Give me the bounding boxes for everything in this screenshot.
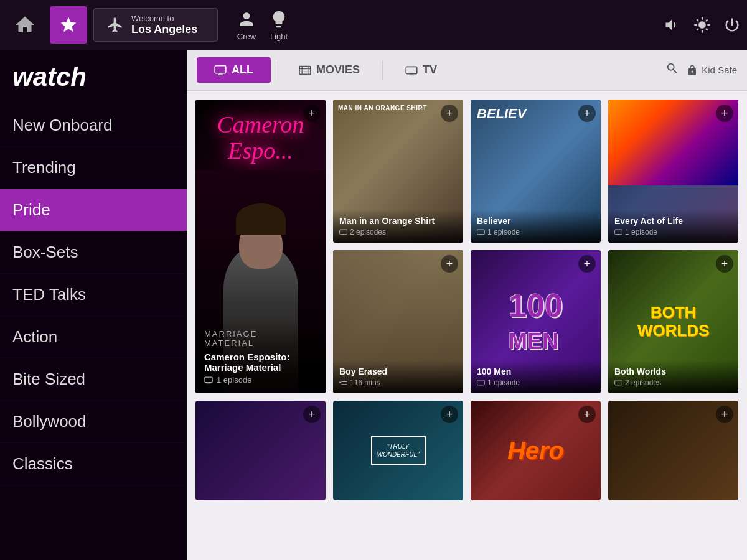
light-button[interactable]: Light — [269, 9, 289, 41]
top-bar: Welcome to Los Angeles Crew Light — [0, 0, 747, 50]
destination-button[interactable]: Welcome to Los Angeles — [93, 8, 218, 42]
featured-meta: 1 episode — [204, 375, 317, 385]
tab-movies[interactable]: MOVIES — [281, 57, 377, 83]
favorites-button[interactable] — [50, 6, 87, 44]
sidebar-item-pride[interactable]: Pride — [0, 189, 187, 231]
card-believer-meta: 1 episode — [477, 228, 594, 236]
card-every-act-add[interactable]: + — [716, 105, 733, 122]
content-area: ALL MOVIES TV — [187, 50, 747, 560]
featured-add-button[interactable]: + — [303, 105, 321, 122]
tab-divider-1 — [276, 61, 276, 80]
sidebar-item-action[interactable]: Action — [0, 316, 187, 358]
card-boy-erased[interactable]: Boy Erased 116 mins + — [333, 250, 463, 393]
tab-divider-2 — [382, 61, 383, 80]
crew-light-group: Crew Light — [237, 9, 289, 41]
svg-rect-8 — [406, 67, 417, 73]
tab-tv[interactable]: TV — [388, 57, 454, 83]
card-bottom-4-add[interactable]: + — [716, 406, 733, 423]
card-every-act-title: Every Act of Life — [614, 216, 732, 226]
sidebar: watch New Onboard Trending Pride Box-Set… — [0, 50, 187, 560]
crew-button[interactable]: Crew — [237, 9, 256, 41]
card-both-worlds-title: Both Worlds — [614, 366, 732, 376]
card-hero[interactable]: Hero + — [471, 401, 601, 500]
tab-right-controls: Kid Safe — [665, 62, 737, 78]
card-every-act-meta: 1 episode — [614, 228, 732, 236]
sidebar-item-classics[interactable]: Classics — [0, 443, 187, 485]
card-hero-add[interactable]: + — [578, 406, 596, 423]
card-both-worlds[interactable]: BOTHWORLDS Both Worlds 2 episodes + — [608, 250, 738, 393]
svg-rect-20 — [477, 380, 485, 385]
card-100men[interactable]: 100MEN 100 Men 1 episode + — [471, 250, 601, 393]
sidebar-item-bite-sized[interactable]: Bite Sized — [0, 358, 187, 401]
card-man-orange-meta: 2 episodes — [339, 228, 457, 236]
sidebar-item-trending[interactable]: Trending — [0, 147, 187, 189]
card-truly-add[interactable]: + — [441, 406, 458, 423]
brightness-icon[interactable] — [693, 16, 711, 34]
card-man-orange-title: Man in an Orange Shirt — [339, 216, 457, 226]
sidebar-item-new-onboard[interactable]: New Onboard — [0, 105, 187, 147]
svg-rect-18 — [615, 229, 622, 234]
card-boy-erased-add[interactable]: + — [441, 255, 458, 273]
main-layout: watch New Onboard Trending Pride Box-Set… — [0, 50, 747, 560]
card-both-worlds-add[interactable]: + — [716, 255, 733, 273]
svg-rect-11 — [205, 377, 213, 382]
sidebar-item-box-sets[interactable]: Box-Sets — [0, 231, 187, 274]
card-bottom-1[interactable]: + — [195, 401, 326, 500]
svg-rect-3 — [299, 66, 311, 74]
tab-bar: ALL MOVIES TV — [187, 50, 747, 91]
card-boy-erased-title: Boy Erased — [339, 366, 457, 376]
card-bottom-4[interactable]: + — [608, 401, 738, 500]
search-button[interactable] — [665, 62, 679, 78]
content-grid: CameronEspo... MARRIAGE MATERIAL Cameron… — [187, 91, 747, 560]
svg-rect-16 — [477, 229, 485, 234]
card-100men-title: 100 Men — [477, 366, 594, 376]
card-believer-add[interactable]: + — [578, 105, 596, 122]
card-truly-wonderful[interactable]: "TRULYWONDERFUL" + — [333, 401, 463, 500]
card-both-worlds-meta: 2 episodes — [614, 378, 732, 387]
app-title: watch — [0, 56, 187, 105]
home-button[interactable] — [6, 6, 44, 44]
card-100men-meta: 1 episode — [477, 378, 594, 387]
sidebar-item-ted-talks[interactable]: TED Talks — [0, 274, 187, 316]
card-100men-add[interactable]: + — [578, 255, 596, 273]
card-boy-erased-meta: 116 mins — [339, 378, 457, 387]
kid-safe-toggle[interactable]: Kid Safe — [687, 65, 737, 76]
top-right-controls — [664, 16, 741, 34]
tab-all[interactable]: ALL — [197, 57, 271, 83]
card-believer-title: Believer — [477, 216, 594, 226]
card-man-orange[interactable]: MAN IN AN ORANGE SHIRT Man in an Orange … — [333, 100, 463, 243]
sidebar-item-bollywood[interactable]: Bollywood — [0, 401, 187, 443]
card-cameron-esposito[interactable]: CameronEspo... MARRIAGE MATERIAL Cameron… — [195, 100, 326, 393]
card-believer[interactable]: BELIEV Believer 1 episode + — [471, 100, 601, 243]
svg-rect-14 — [340, 229, 347, 234]
destination-text: Welcome to Los Angeles — [131, 14, 197, 36]
card-bottom-1-add[interactable]: + — [303, 406, 321, 423]
volume-icon[interactable] — [664, 16, 681, 34]
card-every-act[interactable]: Every Act of Life 1 episode + — [608, 100, 738, 243]
svg-rect-22 — [615, 380, 622, 385]
power-icon[interactable] — [723, 16, 741, 34]
svg-rect-0 — [215, 65, 226, 73]
featured-title: Cameron Esposito: Marriage Material — [204, 352, 317, 373]
card-man-orange-add[interactable]: + — [441, 105, 458, 122]
